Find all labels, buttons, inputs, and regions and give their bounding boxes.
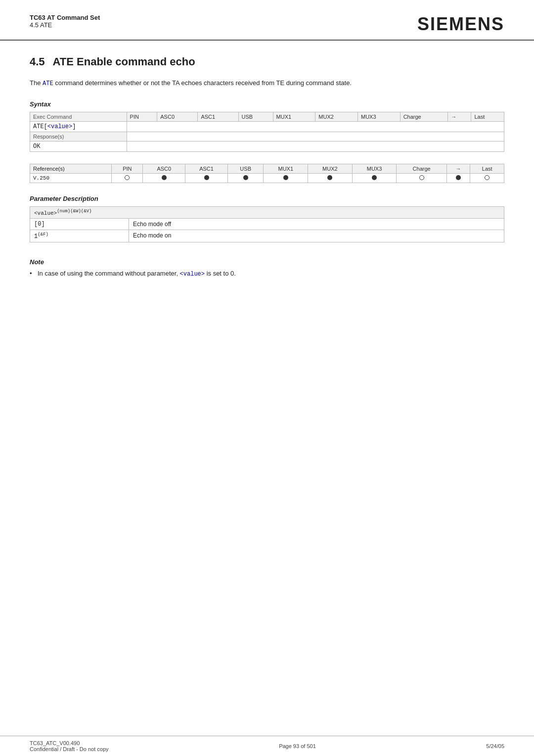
col-mux3: MUX3 (357, 112, 400, 122)
ref-col-pin: PIN (112, 164, 143, 174)
main-content: 4.5 ATE Enable command echo The ATE comm… (0, 41, 534, 736)
circle-empty-icon (485, 175, 490, 180)
section-description: The ATE command determines whether or no… (30, 78, 504, 89)
col-arrow: → (448, 112, 471, 122)
reference-label: Reference(s) (30, 164, 112, 174)
ref-col-mux2: MUX2 (308, 164, 353, 174)
param-row-0: [0] Echo mode off (30, 218, 504, 230)
param-desc-label: Parameter Description (30, 195, 504, 202)
circle-filled-icon (204, 175, 209, 180)
circle-last (470, 174, 504, 183)
section-number: 4.5 (30, 55, 45, 68)
circle-filled-icon (283, 175, 288, 180)
circle-usb (227, 174, 264, 183)
circle-filled-icon (327, 175, 332, 180)
circle-filled-icon (372, 175, 377, 180)
response-value-row: OK (30, 142, 504, 152)
col-pin: PIN (127, 112, 157, 122)
header-title: TC63 AT Command Set (30, 14, 100, 21)
header-subtitle: 4.5 ATE (30, 21, 100, 29)
response-value: OK (30, 142, 127, 152)
ref-col-mux1: MUX1 (264, 164, 308, 174)
col-charge: Charge (400, 112, 448, 122)
reference-table: Reference(s) PIN ASC0 ASC1 USB MUX1 MUX2… (30, 164, 504, 183)
syntax-label: Syntax (30, 100, 504, 108)
col-usb: USB (238, 112, 273, 122)
ref-col-charge: Charge (397, 164, 447, 174)
ref-col-last: Last (470, 164, 504, 174)
col-mux2: MUX2 (315, 112, 358, 122)
page-header: TC63 AT Command Set 4.5 ATE SIEMENS (0, 0, 534, 41)
ref-col-mux3: MUX3 (352, 164, 397, 174)
circle-mux3 (352, 174, 397, 183)
section-heading: 4.5 ATE Enable command echo (30, 55, 504, 68)
param-value-1: 1(&F) (30, 230, 129, 242)
exec-command-value: ATE[<value>] (30, 122, 127, 132)
param-row-1: 1(&F) Echo mode on (30, 230, 504, 242)
ref-col-arrow: → (446, 164, 470, 174)
ref-col-usb: USB (227, 164, 264, 174)
param-desc-1: Echo mode on (129, 230, 504, 242)
col-last: Last (471, 112, 504, 122)
siemens-logo: SIEMENS (417, 14, 504, 35)
footer-left: TC63_ATC_V00.490 Confidential / Draft - … (30, 740, 109, 752)
note-label: Note (30, 258, 504, 266)
param-header-row: <value>(num)(&W)(&V) (30, 207, 504, 219)
param-superscript: (num)(&W)(&V) (57, 209, 91, 214)
response-label: Response(s) (30, 132, 127, 142)
command-table: Exec Command PIN ASC0 ASC1 USB MUX1 MUX2… (30, 112, 504, 152)
param-sup-1: (&F) (38, 232, 48, 237)
footer-doc-id: TC63_ATC_V00.490 (30, 740, 109, 746)
value-tag: <value> (47, 123, 72, 130)
reference-header-row: Reference(s) PIN ASC0 ASC1 USB MUX1 MUX2… (30, 164, 504, 174)
note-after: is set to 0. (205, 270, 236, 277)
circle-empty-icon (419, 175, 424, 180)
col-asc0: ASC0 (157, 112, 198, 122)
circle-asc0 (143, 174, 185, 183)
footer-date: 5/24/05 (486, 743, 504, 749)
circle-filled-icon (162, 175, 167, 180)
desc-code: ATE (43, 80, 53, 87)
param-desc-0: Echo mode off (129, 218, 504, 230)
note-before: In case of using the command without par… (38, 270, 180, 277)
circle-empty-icon (125, 175, 130, 180)
exec-command-value-row: ATE[<value>] (30, 122, 504, 132)
section-title: ATE Enable command echo (53, 55, 195, 68)
note-item-0: In case of using the command without par… (30, 269, 504, 279)
circle-mux2 (308, 174, 353, 183)
footer-confidential: Confidential / Draft - Do not copy (30, 746, 109, 752)
circle-pin (112, 174, 143, 183)
col-asc1: ASC1 (198, 112, 238, 122)
reference-value-row: V.250 (30, 174, 504, 183)
circle-asc1 (185, 174, 228, 183)
reference-value: V.250 (30, 174, 112, 183)
ref-col-asc1: ASC1 (185, 164, 228, 174)
circle-mux1 (264, 174, 308, 183)
footer-page: Page 93 of 501 (279, 743, 316, 749)
desc-before: The (30, 79, 43, 87)
exec-command-label: Exec Command (30, 112, 127, 122)
response-row: Response(s) (30, 132, 504, 142)
param-header: <value>(num)(&W)(&V) (30, 207, 504, 219)
note-code: <value> (180, 271, 205, 278)
desc-after: command determines whether or not the TA… (53, 79, 352, 87)
header-left: TC63 AT Command Set 4.5 ATE (30, 14, 100, 29)
exec-command-row: Exec Command PIN ASC0 ASC1 USB MUX1 MUX2… (30, 112, 504, 122)
circle-filled-icon (456, 175, 461, 180)
page-footer: TC63_ATC_V00.490 Confidential / Draft - … (0, 736, 534, 756)
ref-col-asc0: ASC0 (143, 164, 185, 174)
circle-filled-icon (243, 175, 248, 180)
circle-charge (397, 174, 447, 183)
col-mux1: MUX1 (273, 112, 315, 122)
param-table: <value>(num)(&W)(&V) [0] Echo mode off 1… (30, 206, 504, 242)
circle-arrow (446, 174, 470, 183)
param-value-0: [0] (30, 218, 129, 230)
